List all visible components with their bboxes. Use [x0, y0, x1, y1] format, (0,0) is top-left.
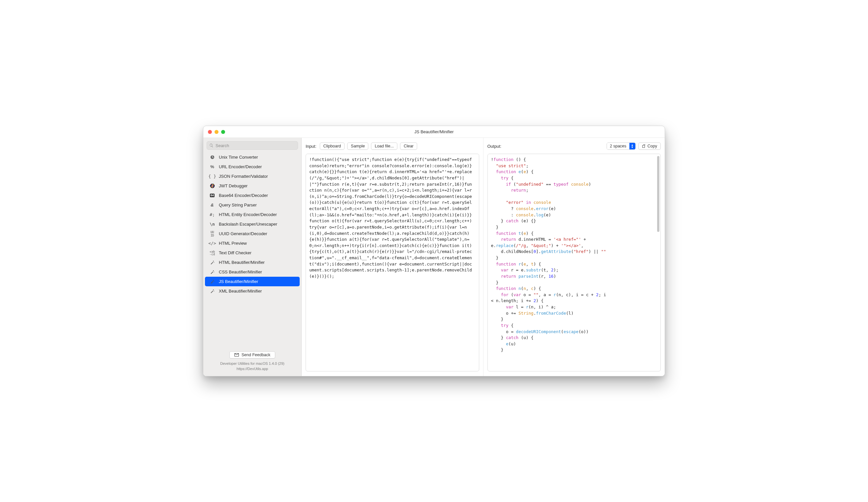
sidebar-item-url-encoder[interactable]: %URL Encoder/Decoder [205, 162, 300, 171]
sidebar-item-label: JWT Debugger [219, 184, 248, 188]
app-window: JS Beautifier/Minifier Unix Time Convert… [203, 126, 665, 376]
sidebar-item-backslash[interactable]: \nBackslash Escaper/Unescaper [205, 219, 300, 229]
mail-icon [234, 353, 239, 357]
diff-icon: +ab-cd [209, 250, 216, 255]
zoom-window-button[interactable] [221, 130, 225, 134]
input-label: Input: [306, 144, 317, 149]
sidebar-item-uuid[interactable]: UUIDUUID Generator/Decoder [205, 229, 300, 239]
sidebar-item-jwt[interactable]: JWT Debugger [205, 181, 300, 191]
sidebar-item-label: XML Beautifier/Minifier [219, 289, 262, 294]
load-file-button[interactable]: Load file... [371, 143, 397, 150]
output-code-area[interactable]: !function () { "use strict"; function e(… [488, 154, 661, 371]
amp-icon: & [209, 202, 216, 208]
sidebar-item-label: HTML Entity Encoder/Decoder [219, 212, 277, 217]
sidebar-item-css-beautify[interactable]: CSS Beautifier/Minifier [205, 267, 300, 277]
indent-select[interactable]: 2 spaces ▲▼ [607, 143, 636, 150]
sidebar-footer: Send Feedback Developer Utilities for ma… [203, 349, 301, 373]
sample-button[interactable]: Sample [347, 143, 368, 150]
copy-button[interactable]: Copy [638, 143, 661, 150]
sidebar-item-label: JS Beautifier/Minifier [219, 279, 258, 284]
app-version-text: Developer Utilities for macOS 1.4.0 (29) [207, 361, 297, 366]
sidebar-item-xml-beautify[interactable]: XML Beautifier/Minifier [205, 286, 300, 296]
sidebar-item-label: Base64 Encoder/Decoder [219, 193, 268, 198]
input-code-area[interactable]: !function(){"use strict";function e(e){t… [306, 154, 479, 371]
braces-icon: { } [209, 174, 216, 179]
close-window-button[interactable] [208, 130, 212, 134]
search-icon [209, 143, 214, 148]
code-icon: </> [209, 241, 216, 246]
search-field[interactable] [207, 141, 298, 150]
copy-icon [642, 144, 646, 148]
sidebar-item-label: UUID Generator/Decoder [219, 231, 267, 236]
sidebar-item-label: HTML Beautifier/Minifier [219, 260, 265, 265]
wand-icon [209, 279, 216, 284]
traffic-lights [203, 130, 225, 134]
sidebar-item-query-string[interactable]: &Query String Parser [205, 200, 300, 210]
minimize-window-button[interactable] [215, 130, 218, 134]
sidebar-item-unix-time[interactable]: Unix Time Converter [205, 153, 300, 162]
hash-icon: #; [209, 212, 216, 217]
wand-icon [209, 260, 216, 265]
backslash-icon: \n [209, 222, 216, 227]
sidebar-item-html-preview[interactable]: </>HTML Preview [205, 239, 300, 248]
sidebar-item-html-entity[interactable]: #;HTML Entity Encoder/Decoder [205, 210, 300, 219]
percent-icon: % [209, 164, 216, 169]
send-feedback-label: Send Feedback [241, 353, 271, 357]
tool-list: Unix Time Converter%URL Encoder/Decoder{… [203, 153, 301, 349]
sidebar-item-label: Unix Time Converter [219, 155, 258, 160]
output-code-box: !function () { "use strict"; function e(… [487, 154, 661, 372]
output-pane: Output: 2 spaces ▲▼ Copy !function () { [483, 138, 665, 376]
sidebar-item-label: HTML Preview [219, 241, 247, 246]
copy-label: Copy [648, 144, 657, 148]
clear-button[interactable]: Clear [400, 143, 417, 150]
sidebar-item-text-diff[interactable]: +ab-cdText Diff Checker [205, 248, 300, 258]
search-input[interactable] [216, 143, 296, 148]
clock-icon [209, 155, 216, 160]
input-code-box: !function(){"use strict";function e(e){t… [306, 154, 479, 372]
output-toolbar: Output: 2 spaces ▲▼ Copy [487, 141, 661, 151]
sidebar-item-label: URL Encoder/Decoder [219, 164, 262, 169]
jwt-icon [209, 184, 216, 188]
sidebar-item-base64[interactable]: 64Base64 Encoder/Decoder [205, 191, 300, 200]
clipboard-button[interactable]: Clipboard [320, 143, 345, 150]
sidebar-item-label: CSS Beautifier/Minifier [219, 270, 262, 274]
scrollbar[interactable] [657, 156, 659, 232]
sidebar: Unix Time Converter%URL Encoder/Decoder{… [203, 138, 302, 376]
sidebar-item-label: Backslash Escaper/Unescaper [219, 222, 277, 227]
titlebar: JS Beautifier/Minifier [203, 126, 665, 138]
main: Input: Clipboard Sample Load file... Cle… [302, 138, 665, 376]
stepper-arrows-icon: ▲▼ [629, 143, 635, 149]
output-label: Output: [487, 144, 502, 149]
wand-icon [209, 289, 216, 294]
input-pane: Input: Clipboard Sample Load file... Cle… [302, 138, 483, 376]
app-url-text: https://DevUtils.app [207, 366, 297, 372]
indent-select-value: 2 spaces [607, 143, 629, 149]
sidebar-item-label: Query String Parser [219, 202, 257, 208]
b64-icon: 64 [209, 194, 216, 197]
sidebar-item-label: Text Diff Checker [219, 250, 251, 255]
input-toolbar: Input: Clipboard Sample Load file... Cle… [306, 141, 479, 151]
sidebar-item-html-beautify[interactable]: HTML Beautifier/Minifier [205, 258, 300, 267]
sidebar-item-js-beautify[interactable]: JS Beautifier/Minifier [205, 277, 300, 286]
window-title: JS Beautifier/Minifier [203, 129, 665, 134]
body: Unix Time Converter%URL Encoder/Decoder{… [203, 138, 665, 376]
send-feedback-button[interactable]: Send Feedback [229, 351, 276, 358]
sidebar-item-label: JSON Formatter/Validator [219, 174, 268, 179]
uuid-icon: UUID [209, 231, 216, 237]
sidebar-item-json-fmt[interactable]: { }JSON Formatter/Validator [205, 171, 300, 181]
wand-icon [209, 270, 216, 274]
